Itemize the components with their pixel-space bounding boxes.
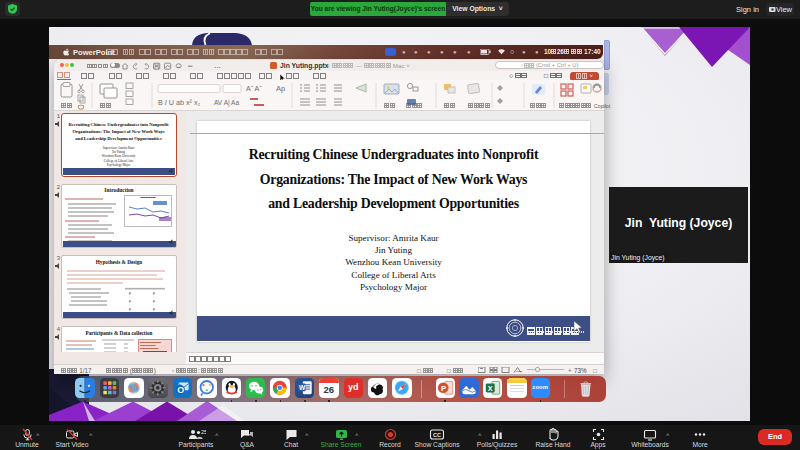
svg-text:W: W	[299, 384, 306, 391]
svg-text:F: F	[129, 292, 131, 296]
svg-text:Ap: Ap	[276, 84, 285, 93]
svg-text:P: P	[440, 384, 445, 393]
svg-text:F: F	[153, 292, 155, 296]
svg-text:F: F	[153, 300, 155, 304]
svg-text:B I U ab x² x₂: B I U ab x² x₂	[158, 98, 201, 107]
svg-text:25: 25	[201, 429, 206, 435]
svg-text:Aˆ Aˇ: Aˆ Aˇ	[246, 85, 262, 92]
svg-text:CC: CC	[433, 432, 441, 438]
svg-text:F: F	[129, 300, 131, 304]
svg-text:X: X	[487, 384, 492, 393]
svg-text:O: O	[177, 385, 184, 395]
svg-text:AV A| Aa: AV A| Aa	[214, 99, 239, 107]
